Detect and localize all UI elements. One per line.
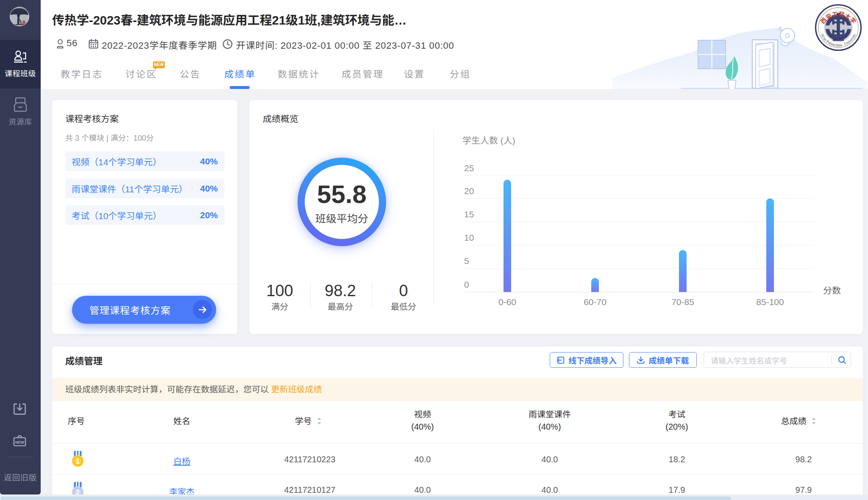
svg-text:NEW: NEW — [15, 440, 25, 444]
svg-text:1: 1 — [76, 458, 80, 465]
